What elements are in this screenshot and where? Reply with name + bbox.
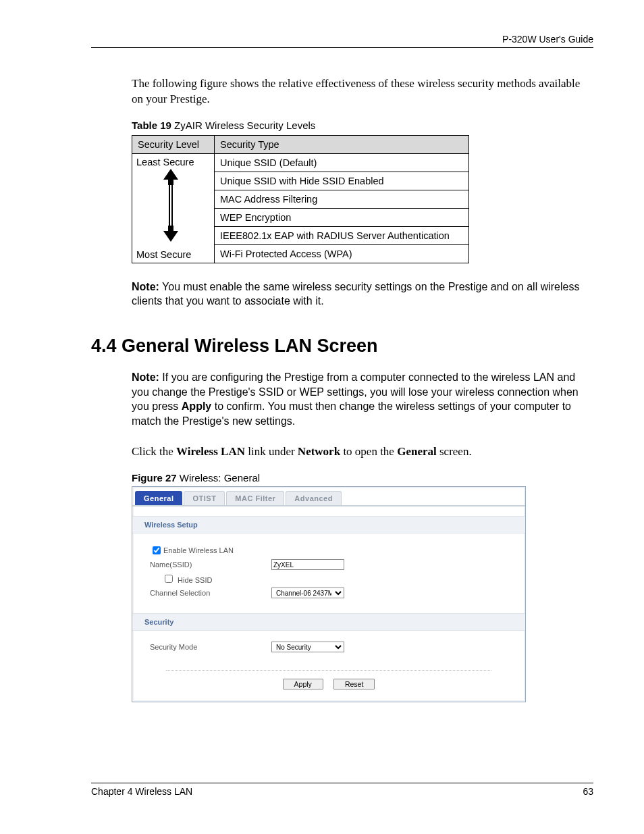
section-4-4-heading: 4.4 General Wireless LAN Screen (91, 336, 593, 357)
tab-mac-filter[interactable]: MAC Filter (226, 491, 284, 505)
security-header: Security (132, 613, 525, 631)
channel-label: Channel Selection (150, 589, 271, 597)
security-mode-select[interactable]: No Security (271, 642, 344, 652)
table19-caption: Table 19 ZyAIR Wireless Security Levels (132, 120, 593, 131)
hide-ssid-wrap: Hide SSID (150, 573, 271, 585)
figure27-caption-bold: Figure 27 (132, 472, 177, 484)
click-mid1: link under (245, 445, 298, 458)
hide-ssid-checkbox[interactable] (165, 575, 173, 583)
tab-general[interactable]: General (135, 491, 182, 505)
page-footer: Chapter 4 Wireless LAN 63 (91, 783, 593, 797)
table-row: Wi-Fi Protected Access (WPA) (215, 244, 469, 263)
note1-text: You must enable the same wireless securi… (132, 281, 579, 307)
intro-paragraph: The following figure shows the relative … (132, 76, 593, 107)
svg-marker-3 (163, 226, 178, 242)
security-mode-label: Security Mode (150, 643, 271, 651)
channel-select[interactable]: Channel-06 2437MHz (271, 588, 344, 598)
tab-bar: General OTIST MAC Filter Advanced (132, 487, 525, 506)
table-row: MAC Address Filtering (215, 190, 469, 208)
most-secure-label: Most Secure (136, 249, 191, 260)
enable-wireless-label: Enable Wireless LAN (163, 546, 234, 554)
security-levels-table: Security Level Security Type Least Secur… (132, 135, 469, 263)
least-secure-label: Least Secure (136, 157, 194, 167)
chapter-label: Chapter 4 Wireless LAN (91, 786, 192, 797)
figure27-caption-rest: Wireless: General (177, 472, 260, 484)
guide-title: P-320W User's Guide (502, 34, 593, 45)
wireless-general-screenshot: General OTIST MAC Filter Advanced Wirele… (132, 486, 526, 702)
click-b3: General (397, 445, 437, 458)
apply-button[interactable]: Apply (283, 679, 323, 689)
table-row: Unique SSID (Default) (215, 153, 469, 172)
figure27-caption: Figure 27 Wireless: General (132, 472, 593, 484)
wireless-setup-header: Wireless Setup (132, 516, 525, 533)
hide-ssid-label: Hide SSID (178, 576, 212, 584)
note-2: Note: If you are configuring the Prestig… (132, 370, 593, 428)
click-post: screen. (437, 445, 472, 458)
table-row: WEP Encryption (215, 208, 469, 226)
col-security-level: Security Level (132, 135, 215, 153)
table19-caption-bold: Table 19 (132, 120, 171, 131)
click-b2: Network (298, 445, 340, 458)
reset-button[interactable]: Reset (333, 679, 375, 689)
table19-caption-rest: ZyAIR Wireless Security Levels (171, 120, 315, 131)
page-header: P-320W User's Guide (91, 34, 593, 48)
table-row: IEEE802.1x EAP with RADIUS Server Authen… (215, 226, 469, 244)
ssid-label: Name(SSID) (150, 561, 271, 569)
note1-bold: Note: (132, 281, 159, 292)
table-row: Unique SSID with Hide SSID Enabled (215, 172, 469, 190)
click-instruction: Click the Wireless LAN link under Networ… (132, 444, 593, 460)
col-security-type: Security Type (215, 135, 469, 153)
enable-wireless-checkbox[interactable] (153, 546, 161, 554)
note-1: Note: You must enable the same wireless … (132, 280, 593, 309)
ssid-input[interactable] (271, 559, 344, 570)
click-mid2: to open the (340, 445, 397, 458)
click-pre: Click the (132, 445, 176, 458)
click-b1: Wireless LAN (176, 445, 245, 458)
security-arrow-icon (163, 169, 178, 242)
page-number: 63 (583, 786, 593, 797)
svg-marker-0 (163, 169, 178, 185)
tab-otist[interactable]: OTIST (184, 491, 225, 505)
tab-advanced[interactable]: Advanced (286, 491, 342, 505)
separator (166, 670, 491, 671)
note2-bold: Note: (132, 371, 159, 383)
note2-apply-bold: Apply (182, 400, 211, 412)
security-level-range: Least Secure Most Secure (132, 153, 215, 263)
